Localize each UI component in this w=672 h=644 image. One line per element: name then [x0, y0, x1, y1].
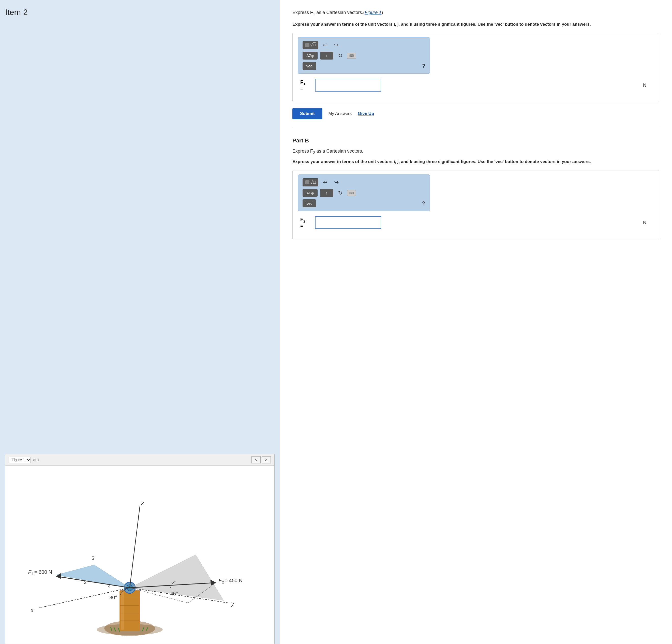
figure-link[interactable]: Figure 1	[364, 10, 381, 15]
part-a-answer-input[interactable]	[315, 79, 381, 92]
give-up-link[interactable]: Give Up	[358, 111, 374, 116]
y-axis-label: y	[231, 600, 235, 607]
part-b-toolbar-row-3: vec ?	[302, 199, 425, 207]
ratio-4: 4	[108, 584, 111, 589]
part-b-undo-button[interactable]: ↩	[321, 179, 329, 186]
part-a-answer-box: √ □ ↩ ↪ ΑΣφ ↕ ↻ ⌨ vec ? F1	[292, 33, 659, 102]
my-answers-link[interactable]: My Answers	[328, 111, 352, 116]
part-b-intro: Express F2 as a Cartesian vectors.	[292, 148, 363, 154]
part-b-math-toolbar: √ □ ↩ ↪ ΑΣφ ↕ ↻ ⌨ vec ?	[298, 175, 430, 211]
figure-next-button[interactable]: >	[262, 456, 271, 463]
part-a-keyboard-button[interactable]: ⌨	[347, 53, 356, 59]
f1-bold: F	[310, 10, 313, 15]
part-b-answer-label: F2 =	[300, 217, 310, 229]
part-b-f-sub: 2	[303, 219, 305, 223]
left-panel: Item 2 Figure 1 of 1 < >	[0, 0, 280, 644]
part-a-eq: =	[300, 86, 310, 91]
figure-header: Figure 1 of 1 < >	[5, 454, 274, 466]
right-panel: Express F1 as a Cartesian vectors.(Figur…	[280, 0, 672, 644]
figure-select[interactable]: Figure 1	[9, 457, 31, 463]
part-a-answer-label: F1 =	[300, 79, 310, 91]
svg-rect-9	[121, 592, 124, 630]
part-b-sqrt-button[interactable]: √ □	[302, 178, 318, 187]
f1-subscript: 1	[32, 572, 34, 576]
part-a-toolbar-row-1: √ □ ↩ ↪	[302, 41, 425, 49]
part-b-question: Express F2 as a Cartesian vectors.	[292, 148, 659, 155]
part-b-header: Part B	[292, 138, 659, 144]
part-b-sqrt-box	[305, 180, 310, 184]
figure-of-label: of 1	[33, 458, 39, 462]
part-a-sqrt-button[interactable]: √ □	[302, 41, 318, 49]
ratio-3: 3	[84, 580, 86, 585]
part-a-intro: Express F1 as a Cartesian vectors.(	[292, 10, 364, 15]
part-a-answer-row: F1 = N	[298, 79, 654, 92]
svg-text:= 450 N: = 450 N	[225, 577, 242, 583]
part-a-f-bold: F	[300, 79, 303, 85]
part-a-instructions: Express your answer in terms of the unit…	[292, 21, 659, 28]
part-b-reload-button[interactable]: ↻	[336, 189, 345, 197]
svg-text:= 600 N: = 600 N	[34, 569, 52, 575]
part-a-unit: N	[643, 83, 651, 88]
figure-image-area: z y x F 1 = 600 N 5	[5, 466, 274, 644]
ratio-5: 5	[92, 556, 94, 561]
part-a-toolbar-row-3: vec ?	[302, 62, 425, 70]
f2-sub: 2	[313, 150, 315, 155]
item-title: Item 2	[5, 8, 275, 17]
part-b-answer-input[interactable]	[315, 216, 381, 229]
figure-panel: Figure 1 of 1 < >	[5, 454, 275, 644]
part-b-vec-button[interactable]: vec	[302, 199, 316, 207]
part-b-sqrt-overline: □	[313, 180, 316, 184]
f1-sub: 1	[313, 12, 315, 16]
part-a-reload-button[interactable]: ↻	[336, 52, 345, 60]
part-a-redo-button[interactable]: ↪	[332, 41, 341, 49]
part-b-toolbar-row-1: √ □ ↩ ↪	[302, 178, 425, 187]
submit-row: Submit My Answers Give Up	[292, 108, 659, 127]
part-a-vec-button[interactable]: vec	[302, 62, 316, 70]
close-paren: )	[382, 10, 383, 15]
part-a-alpha-sigma-button[interactable]: ΑΣφ	[302, 52, 317, 60]
figure-prev-button[interactable]: <	[251, 456, 261, 463]
part-b-redo-button[interactable]: ↪	[332, 179, 341, 186]
part-b-answer-box: √ □ ↩ ↪ ΑΣφ ↕ ↻ ⌨ vec ? F2 =	[292, 170, 659, 239]
part-a-question-header: Express F1 as a Cartesian vectors.(Figur…	[292, 9, 659, 17]
part-b-f-bold: F	[300, 217, 303, 222]
angle-45: 45°	[170, 591, 178, 596]
part-b-keyboard-button[interactable]: ⌨	[347, 190, 356, 196]
f2-bold: F	[310, 148, 313, 154]
f2-subscript: 2	[222, 580, 224, 584]
sqrt-overline: □	[313, 43, 316, 47]
diagram-svg: z y x F 1 = 600 N 5	[5, 466, 274, 644]
sqrt-box	[305, 43, 310, 47]
part-b-sqrt-symbol: √	[310, 180, 313, 184]
figure-nav: < >	[251, 456, 271, 463]
part-b-sort-button[interactable]: ↕	[320, 189, 333, 197]
f1-label: F	[28, 569, 32, 575]
part-a-sort-button[interactable]: ↕	[320, 52, 333, 60]
part-b-alpha-sigma-button[interactable]: ΑΣφ	[302, 189, 317, 197]
part-b-help-button[interactable]: ?	[422, 200, 425, 207]
part-a-f-sub: 1	[303, 82, 305, 86]
angle-30: 30°	[109, 595, 117, 600]
sqrt-symbol: √	[310, 43, 313, 47]
x-axis-label: x	[31, 607, 34, 613]
part-b-unit: N	[643, 220, 651, 225]
part-a-undo-button[interactable]: ↩	[321, 41, 329, 49]
part-b-eq: =	[300, 223, 310, 229]
z-axis-label: z	[141, 500, 144, 506]
part-b-toolbar-row-2: ΑΣφ ↕ ↻ ⌨	[302, 189, 425, 197]
submit-button[interactable]: Submit	[292, 108, 322, 119]
part-a-help-button[interactable]: ?	[422, 63, 425, 69]
part-b-instructions: Express your answer in terms of the unit…	[292, 158, 659, 165]
part-a-math-toolbar: √ □ ↩ ↪ ΑΣφ ↕ ↻ ⌨ vec ?	[298, 37, 430, 74]
part-a-toolbar-row-2: ΑΣφ ↕ ↻ ⌨	[302, 52, 425, 60]
part-b-answer-row: F2 = N	[298, 216, 654, 229]
f2-label: F	[218, 577, 222, 583]
